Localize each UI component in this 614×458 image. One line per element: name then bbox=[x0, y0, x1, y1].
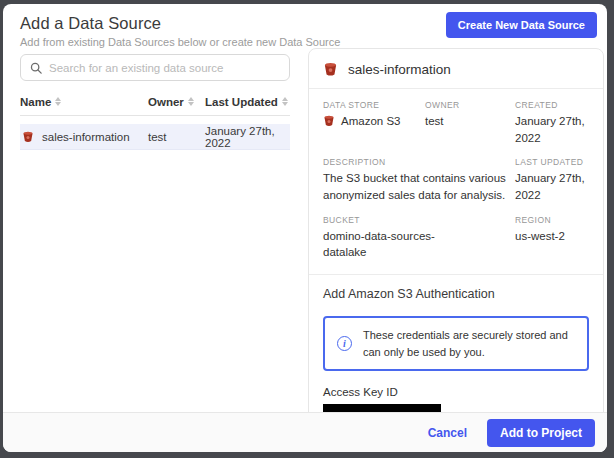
field-bucket: BUCKET domino-data-sources-datalake bbox=[323, 215, 509, 261]
table-row[interactable]: sales-information test January 27th, 202… bbox=[20, 124, 290, 150]
column-header-owner[interactable]: Owner bbox=[148, 96, 205, 108]
dialog-subtitle: Add from existing Data Sources below or … bbox=[20, 36, 340, 48]
add-to-project-button[interactable]: Add to Project bbox=[487, 419, 595, 447]
table-spacer bbox=[20, 116, 290, 124]
data-source-table: Name Owner Last Updated bbox=[20, 88, 290, 150]
field-owner: OWNER test bbox=[425, 100, 509, 146]
sort-icon[interactable] bbox=[55, 97, 61, 106]
search-box[interactable] bbox=[20, 54, 290, 81]
row-owner: test bbox=[148, 131, 205, 143]
auth-heading: Add Amazon S3 Authentication bbox=[323, 287, 589, 301]
dialog-title: Add a Data Source bbox=[20, 14, 161, 33]
create-new-data-source-button[interactable]: Create New Data Source bbox=[446, 12, 597, 38]
row-last-updated: January 27th, 2022 bbox=[205, 125, 290, 149]
s3-datasource-icon bbox=[323, 62, 338, 77]
cancel-button[interactable]: Cancel bbox=[428, 426, 467, 440]
info-icon: i bbox=[337, 336, 352, 351]
info-message: These credentials are securely stored an… bbox=[363, 327, 575, 360]
add-data-source-dialog: Add a Data Source Add from existing Data… bbox=[3, 4, 607, 452]
dialog-footer: Cancel Add to Project bbox=[3, 412, 607, 452]
field-description: DESCRIPTION The S3 bucket that contains … bbox=[323, 157, 509, 203]
sort-icon[interactable] bbox=[188, 97, 194, 106]
column-header-name[interactable]: Name bbox=[20, 96, 148, 108]
credentials-info-alert: i These credentials are securely stored … bbox=[323, 316, 589, 371]
search-icon bbox=[30, 62, 42, 74]
detail-title: sales-information bbox=[348, 62, 451, 77]
detail-card-header: sales-information bbox=[309, 49, 603, 89]
detail-grid: DATA STORE Amazon S3 OWNER test bbox=[309, 89, 603, 261]
search-input[interactable] bbox=[49, 62, 280, 74]
field-region: REGION us-west-2 bbox=[515, 215, 589, 261]
sort-icon[interactable] bbox=[282, 97, 288, 106]
table-header: Name Owner Last Updated bbox=[20, 88, 290, 116]
s3-datasource-icon bbox=[323, 115, 335, 127]
access-key-id-label: Access Key ID bbox=[323, 386, 589, 398]
field-created: CREATED January 27th, 2022 bbox=[515, 100, 589, 146]
data-source-detail-card: sales-information DATA STORE Amazon S3 bbox=[308, 48, 604, 452]
column-header-last-updated[interactable]: Last Updated bbox=[205, 96, 290, 108]
row-name: sales-information bbox=[42, 131, 130, 143]
field-last-updated: LAST UPDATED January 27th, 2022 bbox=[515, 157, 589, 203]
field-data-store: DATA STORE Amazon S3 bbox=[323, 100, 419, 146]
s3-datasource-icon bbox=[22, 131, 34, 143]
